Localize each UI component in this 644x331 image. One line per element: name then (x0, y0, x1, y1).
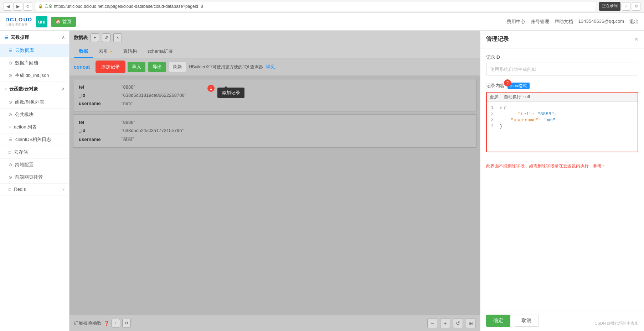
warning-text: 此界面不能删除字段，如需删除字段请在云函数内执行，参考： (486, 159, 638, 173)
sidebar-item-db-backup[interactable]: ⊙ 数据库回档 (0, 57, 69, 69)
jql-hint: HBuilderX中可使用更方便的JQL查询器 (189, 64, 263, 70)
sidebar-cloud-db-header[interactable]: ☰ 云数据库 ∧ (0, 31, 69, 44)
footer-add-button[interactable]: + (112, 319, 120, 327)
csdn-watermark: CSDN @敲代码的小吉米 (595, 321, 638, 326)
sidebar-item-frontend-hosting[interactable]: ⊙ 前端网页托管 (0, 171, 69, 184)
record-field: username "mm" (79, 99, 471, 107)
collapse-icon-fn[interactable]: ∧ (62, 86, 65, 91)
item-icon-cors: ⊙ (9, 162, 12, 167)
zoom-reset-button[interactable]: ↺ (453, 318, 463, 328)
sidebar-item-cloud-db[interactable]: ☰ 云数据库 (0, 44, 69, 57)
sidebar-item-redis[interactable]: □ Redis ∨ (0, 184, 69, 195)
add-record-button[interactable]: 添加记录 (96, 61, 125, 73)
tab-index-dot: ● (110, 49, 112, 53)
item-icon-redis: □ (9, 187, 11, 192)
field-key: _id (79, 128, 122, 133)
field-key: tel (79, 84, 122, 90)
item-icon-fn-list: ⊙ (9, 100, 12, 105)
record-panel: 管理记录 × 记录ID 记录内容 2 json格式 (480, 31, 644, 331)
export-button[interactable]: 导出 (148, 62, 166, 72)
record-id-input[interactable] (486, 63, 638, 75)
jql-link[interactable]: 详见 (266, 64, 275, 70)
db-tabs: 数据 索引 ● 表结构 schema扩展 (69, 45, 480, 58)
field-key: username (79, 137, 122, 142)
tab-structure[interactable]: 表结构 (118, 45, 142, 58)
item-icon-cloud-storage: □ (9, 150, 11, 155)
cancel-button[interactable]: 取消 (514, 315, 539, 327)
home-button[interactable]: 🏠 首页 (51, 17, 76, 27)
db-footer-left: 扩展校验函数 ❓ + ↺ (74, 319, 131, 327)
sidebar-item-generate-db[interactable]: ⊙ 生成 db_init.json (0, 69, 69, 82)
field-key: username (79, 101, 122, 106)
sidebar-item-cloud-storage[interactable]: □ 云存储 (0, 146, 69, 159)
delete-table-button[interactable]: × (113, 33, 122, 42)
auto-wrap-toggle[interactable]: 自动换行：off (504, 94, 530, 100)
item-icon-frontend-hosting: ⊙ (9, 175, 12, 180)
collapse-icon[interactable]: ∧ (62, 35, 65, 40)
field-key: _id (79, 93, 122, 98)
footer-help-icon[interactable]: ❓ (104, 321, 109, 326)
field-value: "8888" (122, 120, 135, 125)
db-footer-zoom: − + ↺ ⊞ (427, 318, 476, 328)
json-editor-toolbar: 全屏 自动换行：off (487, 93, 638, 102)
forward-button[interactable]: ▶ (14, 2, 22, 11)
sidebar-item-clientdb-logs[interactable]: ☰ clientDB相关日志 (0, 133, 69, 146)
cloud-db-section-label: 云数据库 (11, 34, 29, 41)
extensions-button[interactable]: ⚙ (632, 2, 640, 11)
nav-docs[interactable]: 帮助文档 (555, 19, 573, 25)
tab-schema[interactable]: schema扩展 (143, 45, 178, 58)
sidebar-group-cloud-db: ☰ 云数据库 ∧ ☰ 云数据库 ⊙ 数据库回档 ⊙ 生成 db_init.jso… (0, 31, 69, 82)
refresh-data-button[interactable]: 刷新 (169, 62, 186, 72)
browser-bar: ◀ ▶ ↻ 🔒 安全 https://unicloud.dcloud.net.c… (0, 0, 644, 13)
record-field: _id "638d5c52f5cf3a177315e79b" (79, 126, 471, 135)
import-button[interactable]: 导入 (128, 62, 145, 72)
db-toolbar: 数据表 + ↺ × (69, 31, 480, 45)
refresh-button[interactable]: ↻ (24, 2, 32, 11)
json-line-1: 1 ∨ { (491, 105, 633, 111)
zoom-in-button[interactable]: + (440, 318, 450, 328)
record-field: _id "638d5c31819ce86622268708" (79, 91, 471, 99)
tab-data[interactable]: 数据 (74, 45, 93, 58)
sidebar-item-action-list[interactable]: ≡ action 列表 (0, 121, 69, 133)
refresh-table-button[interactable]: ↺ (102, 33, 110, 42)
content-area: 数据表 + ↺ × 数据 索引 ● 表结构 schema扩展 (69, 31, 644, 331)
item-icon-generate-db: ⊙ (9, 73, 12, 78)
sidebar-cloud-fn-header[interactable]: ○ 云函数/云对象 ∧ (0, 82, 69, 96)
json-editor: 全屏 自动换行：off 1 ∨ { 2 (486, 92, 638, 152)
table-row: tel "8888" _id "638d5c52f5cf3a177315e79b… (73, 114, 476, 148)
confirm-button[interactable]: 确定 (486, 315, 510, 327)
field-key: tel (79, 120, 122, 125)
zoom-out-button[interactable]: − (427, 318, 437, 328)
collapse-icon-redis[interactable]: ∨ (62, 187, 65, 191)
nav-cost[interactable]: 费用中心 (507, 19, 525, 25)
nav-logout[interactable]: 退出 (629, 19, 639, 25)
sidebar-item-common-module[interactable]: ⊙ 公共模块 (0, 109, 69, 121)
field-value: "638d5c31819ce86622268708" (122, 93, 186, 98)
logo-text: DCLOUD (5, 16, 32, 23)
add-table-button[interactable]: + (91, 33, 99, 42)
recording-badge: 正在录制 (599, 2, 620, 11)
nav-account[interactable]: 账号管理 (531, 19, 549, 25)
secure-label: 安全 (45, 4, 52, 9)
nav-user[interactable]: 1343540636@qq.com (578, 19, 624, 25)
footer-refresh-button[interactable]: ↺ (122, 319, 131, 327)
zoom-fit-button[interactable]: ⊞ (466, 318, 476, 328)
sidebar-item-cors[interactable]: ⊙ 跨域配置 (0, 159, 69, 171)
close-panel-button[interactable]: × (634, 36, 638, 43)
json-badge-circle: 2 (504, 79, 511, 86)
record-panel-title: 管理记录 (486, 36, 509, 43)
sidebar-group-other: □ 云存储 ⊙ 跨域配置 ⊙ 前端网页托管 □ Redis ∨ (0, 146, 69, 195)
json-line-3: 3 "username" : "mm" (491, 117, 633, 123)
sidebar-item-fn-list[interactable]: ⊙ 函数/对象列表 (0, 96, 69, 109)
item-icon-db-backup: ⊙ (9, 61, 12, 65)
record-panel-body: 记录ID 记录内容 2 json格式 全屏 (480, 48, 644, 310)
tab-index[interactable]: 索引 ● (94, 45, 117, 58)
cloud-fn-section-icon: ○ (4, 86, 7, 92)
fullscreen-button[interactable]: 全屏 (490, 94, 498, 100)
bookmark-button[interactable]: ☆ (622, 2, 630, 11)
footer-label: 扩展校验函数 (74, 320, 102, 326)
record-panel-header: 管理记录 × (480, 31, 644, 48)
secure-icon: 🔒 (38, 4, 43, 9)
back-button[interactable]: ◀ (4, 2, 12, 11)
json-editor-content[interactable]: 1 ∨ { 2 "tel" : "8888" , (487, 102, 638, 152)
